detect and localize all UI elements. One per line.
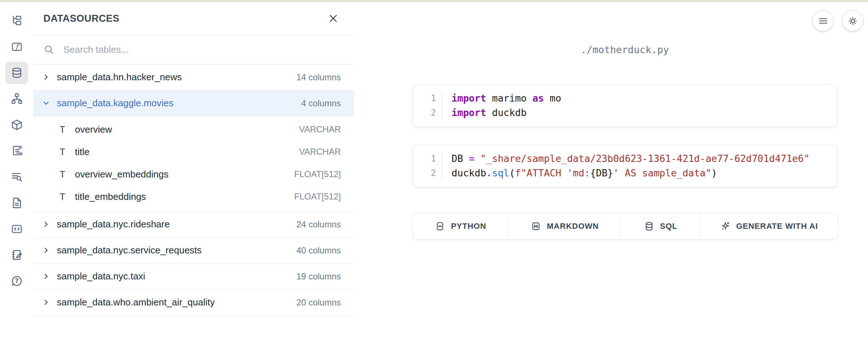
line-number-gutter: 12 [413, 91, 442, 120]
column-type: FLOAT[512] [294, 169, 341, 179]
chat-help-icon[interactable]: ? [10, 274, 24, 288]
text-type-icon: T [60, 124, 75, 135]
add-markdown-label: MARKDOWN [547, 222, 599, 231]
python-code-icon [435, 221, 445, 232]
generate-with-ai-label: GENERATE WITH AI [736, 222, 818, 231]
text-type-icon: T [60, 169, 75, 180]
table-name: sample_data.nyc.rideshare [57, 219, 170, 230]
notebook-filename[interactable]: ./motherduck.py [412, 44, 837, 55]
logs-icon[interactable] [10, 144, 24, 158]
table-columns-count: 19 columns [296, 271, 341, 282]
column-name: title_embeddings [75, 191, 146, 202]
add-python-cell-button[interactable]: PYTHON [413, 213, 508, 239]
close-icon[interactable] [327, 12, 339, 25]
chevron-down-icon [42, 99, 50, 107]
notebook-area: ./motherduck.py 12import marimo as moimp… [354, 2, 868, 360]
line-number: 2 [413, 166, 436, 180]
column-row[interactable]: ToverviewVARCHAR [33, 118, 354, 141]
panel-title: DATASOURCES [43, 13, 119, 24]
datasources-icon[interactable] [5, 62, 28, 84]
scratchpad-icon[interactable] [10, 248, 24, 262]
line-number: 2 [413, 106, 436, 120]
code-line: duckdb.sql(f"ATTACH 'md:{DB}' AS sample_… [452, 166, 809, 180]
code-cell[interactable]: 12import marimo as moimport duckdb [412, 84, 837, 127]
table-name: sample_data.hn.hacker_news [57, 72, 182, 83]
packages-icon[interactable] [10, 118, 24, 132]
generate-with-ai-button[interactable]: GENERATE WITH AI [700, 213, 838, 239]
column-type: FLOAT[512] [294, 192, 341, 202]
table-row[interactable]: sample_data.nyc.taxi19 columns [33, 263, 354, 290]
add-markdown-cell-button[interactable]: MARKDOWN [508, 213, 621, 239]
icon-rail: ƒ ? [0, 2, 34, 360]
table-name: sample_data.nyc.taxi [57, 271, 145, 282]
column-type: VARCHAR [299, 124, 341, 134]
search-input[interactable] [63, 44, 344, 56]
add-cell-bar: PYTHON MARKDOWN SQL GENERATE WITH AI [412, 213, 838, 240]
columns-list: ToverviewVARCHARTtitleVARCHARToverview_e… [33, 116, 354, 211]
svg-text:?: ? [15, 277, 18, 284]
add-sql-cell-button[interactable]: SQL [621, 213, 700, 239]
tables-list: sample_data.hn.hacker_news14 columnssamp… [33, 64, 354, 316]
app-window: ƒ ? DATASOURCES [0, 0, 868, 360]
hamburger-menu-button[interactable] [812, 10, 834, 31]
sparkles-icon [720, 221, 731, 232]
datasources-panel: DATASOURCES sample_data.hn.hacker_news14… [33, 2, 354, 360]
line-number-gutter: 12 [413, 151, 442, 180]
table-columns-count: 40 columns [296, 245, 341, 256]
chevron-right-icon [42, 298, 50, 307]
table-columns-count: 14 columns [296, 72, 341, 82]
tracebacks-icon[interactable] [10, 170, 24, 184]
text-type-icon: T [60, 147, 75, 157]
functions-icon[interactable]: ƒ [10, 40, 24, 53]
column-name: overview_embeddings [75, 169, 169, 180]
add-sql-label: SQL [660, 222, 677, 231]
search-icon [43, 44, 55, 55]
chevron-right-icon [42, 220, 50, 228]
hamburger-menu-icon [818, 16, 829, 26]
add-python-label: PYTHON [451, 222, 486, 231]
table-name: sample_data.kaggle.movies [57, 98, 173, 109]
gear-icon [847, 16, 858, 26]
search-bar [33, 35, 354, 64]
column-type: VARCHAR [299, 147, 341, 157]
code-line: import marimo as mo [452, 91, 561, 106]
code-cell[interactable]: 12DB = "_share/sample_data/23b0d623-1361… [412, 145, 837, 187]
documentation-icon[interactable] [10, 196, 24, 210]
chevron-right-icon [42, 73, 50, 81]
table-name: sample_data.nyc.service_requests [57, 245, 202, 256]
file-explorer-icon[interactable] [10, 14, 24, 27]
datasources-panel-header: DATASOURCES [33, 2, 354, 35]
chevron-right-icon [42, 246, 50, 254]
settings-button[interactable] [842, 10, 863, 31]
column-row[interactable]: Toverview_embeddingsFLOAT[512] [33, 163, 354, 185]
table-columns-count: 20 columns [296, 297, 341, 308]
table-row[interactable]: sample_data.nyc.service_requests40 colum… [33, 237, 354, 263]
line-number: 1 [413, 151, 436, 166]
column-row[interactable]: TtitleVARCHAR [33, 141, 354, 163]
table-columns-count: 24 columns [296, 219, 341, 230]
table-row[interactable]: sample_data.who.ambient_air_quality20 co… [33, 290, 354, 316]
column-name: title [75, 146, 89, 158]
table-row[interactable]: sample_data.kaggle.movies4 columns [33, 90, 354, 116]
code-line: import duckdb [452, 106, 561, 120]
table-name: sample_data.who.ambient_air_quality [57, 297, 215, 308]
cells-container: 12import marimo as moimport duckdb12DB =… [412, 84, 837, 205]
snippets-icon[interactable] [10, 222, 24, 236]
text-type-icon: T [60, 192, 75, 202]
database-icon [644, 221, 655, 232]
column-row[interactable]: Ttitle_embeddingsFLOAT[512] [33, 185, 354, 208]
column-name: overview [75, 124, 112, 135]
code-editor[interactable]: import marimo as moimport duckdb [442, 91, 561, 120]
table-columns-count: 4 columns [301, 98, 341, 108]
table-row[interactable]: sample_data.nyc.rideshare24 columns [33, 211, 354, 237]
table-row[interactable]: sample_data.hn.hacker_news14 columns [33, 64, 354, 90]
chevron-right-icon [42, 272, 50, 280]
code-line: DB = "_share/sample_data/23b0d623-1361-4… [452, 151, 809, 166]
markdown-icon [530, 221, 541, 232]
dependencies-icon[interactable] [10, 92, 24, 106]
code-editor[interactable]: DB = "_share/sample_data/23b0d623-1361-4… [442, 151, 809, 180]
line-number: 1 [413, 91, 436, 106]
